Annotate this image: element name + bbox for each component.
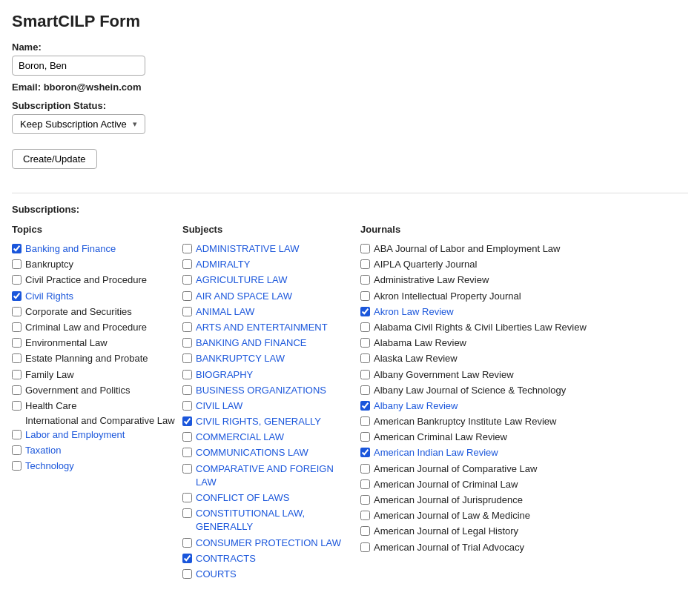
subject-checkbox-15[interactable] <box>182 493 192 502</box>
journal-label-9[interactable]: Albany Law Journal of Science & Technolo… <box>374 384 566 397</box>
subject-label-16[interactable]: CONSTITUTIONAL LAW, GENERALLY <box>196 507 353 534</box>
journal-checkbox-16[interactable] <box>360 495 370 505</box>
journal-label-16[interactable]: American Journal of Jurisprudence <box>374 494 523 507</box>
journal-checkbox-10[interactable] <box>360 401 370 411</box>
subject-checkbox-8[interactable] <box>182 370 192 379</box>
subject-label-7[interactable]: BANKRUPTCY LAW <box>196 352 285 365</box>
journal-label-4[interactable]: Akron Law Review <box>374 305 454 319</box>
subject-label-13[interactable]: COMMUNICATIONS LAW <box>196 446 308 459</box>
subject-label-12[interactable]: COMMERCIAL LAW <box>196 431 284 444</box>
topic-checkbox-7[interactable] <box>12 353 22 363</box>
subject-label-18[interactable]: CONTRACTS <box>196 552 256 565</box>
journal-checkbox-7[interactable] <box>360 353 370 363</box>
journal-checkbox-19[interactable] <box>360 542 370 552</box>
subject-label-15[interactable]: CONFLICT OF LAWS <box>196 491 289 505</box>
journal-label-6[interactable]: Alabama Law Review <box>374 336 466 350</box>
subject-checkbox-3[interactable] <box>182 291 192 301</box>
subject-checkbox-4[interactable] <box>182 307 192 316</box>
topic-label-5[interactable]: Criminal Law and Procedure <box>25 321 147 334</box>
topic-label-8[interactable]: Family Law <box>25 368 74 382</box>
subject-checkbox-14[interactable] <box>182 464 192 474</box>
subject-label-1[interactable]: ADMIRALTY <box>196 258 250 271</box>
journal-label-3[interactable]: Akron Intellectual Property Journal <box>374 290 521 303</box>
subject-label-8[interactable]: BIOGRAPHY <box>196 368 253 382</box>
subject-checkbox-11[interactable] <box>182 416 192 426</box>
name-input[interactable] <box>12 56 145 76</box>
topic-checkbox-8[interactable] <box>12 370 22 379</box>
topic-checkbox-10[interactable] <box>12 401 22 411</box>
subject-label-6[interactable]: BANKING AND FINANCE <box>196 336 307 350</box>
subject-checkbox-19[interactable] <box>182 569 192 579</box>
subject-checkbox-1[interactable] <box>182 259 192 269</box>
journal-label-19[interactable]: American Journal of Trial Advocacy <box>374 541 524 554</box>
topic-checkbox-4[interactable] <box>12 307 22 316</box>
create-update-button[interactable]: Create/Update <box>12 149 97 169</box>
journal-label-2[interactable]: Administrative Law Review <box>374 273 489 287</box>
subject-label-9[interactable]: BUSINESS ORGANIZATIONS <box>196 384 326 397</box>
topic-label-1[interactable]: Bankruptcy <box>25 258 73 271</box>
topic-label-14[interactable]: Technology <box>25 459 74 473</box>
topic-checkbox-14[interactable] <box>12 461 22 471</box>
journal-label-11[interactable]: American Bankruptcy Institute Law Review <box>374 415 556 428</box>
subject-checkbox-17[interactable] <box>182 538 192 548</box>
subject-label-2[interactable]: AGRICULTURE LAW <box>196 273 288 287</box>
topic-checkbox-2[interactable] <box>12 275 22 285</box>
journal-label-8[interactable]: Albany Government Law Review <box>374 368 514 382</box>
subject-checkbox-10[interactable] <box>182 401 192 411</box>
subject-label-14[interactable]: COMPARATIVE AND FOREIGN LAW <box>196 462 353 489</box>
subject-label-5[interactable]: ARTS AND ENTERTAINMENT <box>196 321 328 334</box>
subject-checkbox-13[interactable] <box>182 448 192 457</box>
journal-checkbox-6[interactable] <box>360 338 370 348</box>
subject-checkbox-7[interactable] <box>182 353 192 363</box>
journal-checkbox-8[interactable] <box>360 370 370 379</box>
subject-label-0[interactable]: ADMINISTRATIVE LAW <box>196 242 299 256</box>
topic-label-2[interactable]: Civil Practice and Procedure <box>25 273 147 287</box>
journal-checkbox-13[interactable] <box>360 448 370 457</box>
subject-label-19[interactable]: COURTS <box>196 568 237 581</box>
subject-checkbox-5[interactable] <box>182 322 192 332</box>
subject-checkbox-6[interactable] <box>182 338 192 348</box>
topic-label-3[interactable]: Civil Rights <box>25 290 73 303</box>
topic-label-12[interactable]: Labor and Employment <box>25 428 125 442</box>
topic-label-6[interactable]: Environmental Law <box>25 336 108 350</box>
journal-label-10[interactable]: Albany Law Review <box>374 399 458 413</box>
journal-label-17[interactable]: American Journal of Law & Medicine <box>374 509 530 522</box>
journal-checkbox-3[interactable] <box>360 291 370 301</box>
journal-label-18[interactable]: American Journal of Legal History <box>374 525 518 538</box>
journal-checkbox-1[interactable] <box>360 259 370 269</box>
journal-label-13[interactable]: American Indian Law Review <box>374 446 498 459</box>
journal-checkbox-2[interactable] <box>360 275 370 285</box>
subject-label-10[interactable]: CIVIL LAW <box>196 399 242 413</box>
subject-label-11[interactable]: CIVIL RIGHTS, GENERALLY <box>196 415 321 428</box>
subject-checkbox-2[interactable] <box>182 275 192 285</box>
journal-label-7[interactable]: Alaska Law Review <box>374 352 458 365</box>
subscription-status-dropdown[interactable]: Keep Subscription Active ▾ <box>12 114 145 134</box>
journal-checkbox-14[interactable] <box>360 464 370 474</box>
topic-label-9[interactable]: Government and Politics <box>25 384 131 397</box>
topic-checkbox-6[interactable] <box>12 338 22 348</box>
topic-checkbox-5[interactable] <box>12 322 22 332</box>
subject-label-4[interactable]: ANIMAL LAW <box>196 305 254 319</box>
journal-label-0[interactable]: ABA Journal of Labor and Employment Law <box>374 242 560 256</box>
topic-label-13[interactable]: Taxation <box>25 444 61 457</box>
subject-checkbox-9[interactable] <box>182 385 192 395</box>
journal-label-12[interactable]: American Criminal Law Review <box>374 431 507 444</box>
journal-checkbox-17[interactable] <box>360 511 370 520</box>
journal-checkbox-15[interactable] <box>360 479 370 489</box>
journal-label-1[interactable]: AIPLA Quarterly Journal <box>374 258 477 271</box>
subject-label-3[interactable]: AIR AND SPACE LAW <box>196 290 292 303</box>
journal-checkbox-18[interactable] <box>360 526 370 536</box>
topic-label-4[interactable]: Corporate and Securities <box>25 305 132 319</box>
journal-checkbox-9[interactable] <box>360 385 370 395</box>
topic-checkbox-13[interactable] <box>12 445 22 455</box>
topic-label-7[interactable]: Estate Planning and Probate <box>25 352 148 365</box>
subject-checkbox-16[interactable] <box>182 508 192 518</box>
journal-label-15[interactable]: American Journal of Criminal Law <box>374 478 518 491</box>
subject-label-17[interactable]: CONSUMER PROTECTION LAW <box>196 537 341 550</box>
journal-checkbox-0[interactable] <box>360 244 370 253</box>
topic-checkbox-12[interactable] <box>12 430 22 439</box>
subject-checkbox-12[interactable] <box>182 432 192 442</box>
topic-checkbox-1[interactable] <box>12 259 22 269</box>
journal-label-14[interactable]: American Journal of Comparative Law <box>374 462 537 476</box>
topic-checkbox-3[interactable] <box>12 291 22 301</box>
